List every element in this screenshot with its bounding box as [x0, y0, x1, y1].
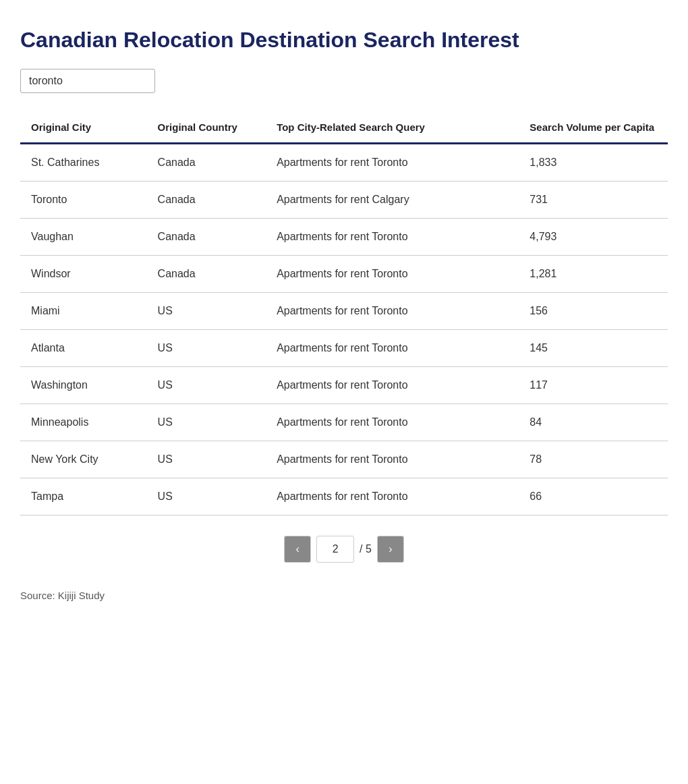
- cell-query-5: Apartments for rent Toronto: [266, 330, 519, 367]
- cell-volume-3: 1,281: [519, 256, 668, 293]
- search-input[interactable]: [20, 69, 155, 93]
- cell-volume-8: 78: [519, 441, 668, 478]
- prev-page-button[interactable]: ‹: [284, 536, 311, 563]
- page-title: Canadian Relocation Destination Search I…: [20, 27, 668, 53]
- table-row: St. CatharinesCanadaApartments for rent …: [20, 144, 668, 181]
- cell-country-3: Canada: [147, 256, 266, 293]
- cell-country-8: US: [147, 441, 266, 478]
- pagination: ‹ / 5 ›: [20, 536, 668, 563]
- table-row: MiamiUSApartments for rent Toronto156: [20, 293, 668, 330]
- cell-city-6: Washington: [20, 367, 147, 404]
- cell-volume-4: 156: [519, 293, 668, 330]
- cell-city-2: Vaughan: [20, 219, 147, 256]
- cell-country-5: US: [147, 330, 266, 367]
- cell-volume-9: 66: [519, 478, 668, 515]
- cell-volume-2: 4,793: [519, 219, 668, 256]
- cell-city-1: Toronto: [20, 181, 147, 219]
- cell-city-9: Tampa: [20, 478, 147, 515]
- cell-volume-1: 731: [519, 181, 668, 219]
- cell-volume-5: 145: [519, 330, 668, 367]
- col-header-country: Original Country: [147, 115, 266, 144]
- cell-country-6: US: [147, 367, 266, 404]
- cell-query-6: Apartments for rent Toronto: [266, 367, 519, 404]
- col-header-volume: Search Volume per Capita: [519, 115, 668, 144]
- cell-query-0: Apartments for rent Toronto: [266, 144, 519, 181]
- col-header-query: Top City-Related Search Query: [266, 115, 519, 144]
- table-row: AtlantaUSApartments for rent Toronto145: [20, 330, 668, 367]
- cell-volume-0: 1,833: [519, 144, 668, 181]
- col-header-city: Original City: [20, 115, 147, 144]
- cell-country-9: US: [147, 478, 266, 515]
- table-row: WindsorCanadaApartments for rent Toronto…: [20, 256, 668, 293]
- cell-query-4: Apartments for rent Toronto: [266, 293, 519, 330]
- cell-query-2: Apartments for rent Toronto: [266, 219, 519, 256]
- table-row: TampaUSApartments for rent Toronto66: [20, 478, 668, 515]
- cell-country-1: Canada: [147, 181, 266, 219]
- table-row: VaughanCanadaApartments for rent Toronto…: [20, 219, 668, 256]
- cell-volume-7: 84: [519, 404, 668, 441]
- table-row: MinneapolisUSApartments for rent Toronto…: [20, 404, 668, 441]
- cell-query-1: Apartments for rent Calgary: [266, 181, 519, 219]
- cell-country-0: Canada: [147, 144, 266, 181]
- source-text: Source: Kijiji Study: [20, 590, 668, 601]
- cell-city-4: Miami: [20, 293, 147, 330]
- table-row: New York CityUSApartments for rent Toron…: [20, 441, 668, 478]
- cell-city-3: Windsor: [20, 256, 147, 293]
- data-table: Original City Original Country Top City-…: [20, 115, 668, 515]
- cell-city-5: Atlanta: [20, 330, 147, 367]
- next-page-button[interactable]: ›: [377, 536, 404, 563]
- cell-country-2: Canada: [147, 219, 266, 256]
- cell-query-8: Apartments for rent Toronto: [266, 441, 519, 478]
- cell-city-0: St. Catharines: [20, 144, 147, 181]
- cell-country-4: US: [147, 293, 266, 330]
- cell-volume-6: 117: [519, 367, 668, 404]
- pagination-total: / 5: [360, 543, 372, 555]
- cell-country-7: US: [147, 404, 266, 441]
- table-row: TorontoCanadaApartments for rent Calgary…: [20, 181, 668, 219]
- cell-query-9: Apartments for rent Toronto: [266, 478, 519, 515]
- cell-city-7: Minneapolis: [20, 404, 147, 441]
- cell-city-8: New York City: [20, 441, 147, 478]
- page-number-input[interactable]: [316, 536, 354, 563]
- table-row: WashingtonUSApartments for rent Toronto1…: [20, 367, 668, 404]
- cell-query-7: Apartments for rent Toronto: [266, 404, 519, 441]
- cell-query-3: Apartments for rent Toronto: [266, 256, 519, 293]
